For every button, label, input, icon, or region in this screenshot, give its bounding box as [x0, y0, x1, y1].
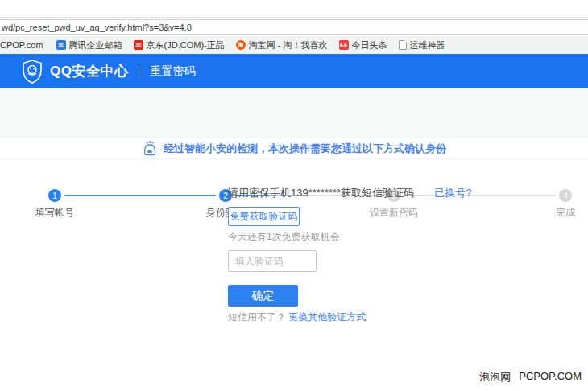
screenshot-root: wd/pc_reset_pwd_uv_aq_verify.html?s=3&v=…	[0, 0, 588, 391]
step-1-circle: 1	[48, 189, 61, 202]
step-4-circle: 4	[559, 189, 572, 202]
confirm-button[interactable]: 确定	[228, 285, 298, 307]
address-bar[interactable]: wd/pc_reset_pwd_uv_aq_verify.html?s=3&v=…	[0, 19, 588, 35]
step-1-label: 填写帐号	[35, 206, 74, 220]
page-icon	[399, 40, 407, 50]
phone-hint-row: 请用密保手机139********获取短信验证码 已换号?	[228, 186, 471, 200]
taobao-icon: 淘	[236, 40, 246, 50]
sms-fail-text: 短信用不了？	[228, 311, 286, 323]
bookmark-tencent-mail[interactable]: ✉ 腾讯企业邮箱	[56, 39, 122, 51]
bookmark-toutiao[interactable]: 头条 今日头条	[339, 39, 387, 51]
watermark: 泡泡网 PCPOP.COM	[479, 370, 582, 385]
bookmark-label: 淘宝网 - 淘！我喜欢	[249, 39, 328, 51]
tencent-mail-icon: ✉	[56, 40, 66, 50]
app-title: QQ安全中心	[50, 62, 128, 80]
bookmarks-bar: CPOP.com ✉ 腾讯企业邮箱 JD 京东(JD.COM)-正品 淘 淘宝网…	[0, 36, 588, 54]
toutiao-icon: 头条	[339, 40, 349, 50]
phone-hint-text: 请用密保手机139********获取短信验证码	[228, 186, 414, 200]
step-connector-1	[64, 195, 216, 196]
alt-verify-row: 短信用不了？ 更换其他验证方式	[228, 311, 366, 324]
bookmark-label: 今日头条	[352, 39, 387, 51]
free-chances-text: 今天还有1次免费获取机会	[228, 230, 340, 244]
step-4-label: 完成	[556, 206, 575, 220]
page-title: 重置密码	[150, 64, 195, 79]
watermark-cn: 泡泡网	[479, 370, 511, 385]
header-divider	[139, 65, 139, 78]
verification-code-input[interactable]	[228, 250, 317, 272]
robot-icon	[142, 141, 158, 157]
changed-number-link[interactable]: 已换号?	[434, 186, 471, 200]
bookmark-pcpop[interactable]: CPOP.com	[0, 40, 43, 50]
app-header: QQ安全中心 重置密码	[0, 54, 588, 88]
bookmark-taobao[interactable]: 淘 淘宝网 - 淘！我喜欢	[236, 39, 328, 51]
notice-text: 经过智能小安的检测，本次操作需要您通过以下方式确认身份	[164, 142, 446, 156]
jd-icon: JD	[134, 40, 143, 50]
step-indicator: 1 填写帐号 2 身份验证 3 设置新密码 4 完成	[0, 88, 588, 138]
bookmark-ops-tool[interactable]: 运维神器	[399, 39, 445, 51]
bookmark-label: CPOP.com	[0, 40, 43, 50]
watermark-en: PCPOP.COM	[519, 370, 582, 385]
qq-shield-icon	[22, 60, 43, 84]
bookmark-label: 运维神器	[410, 39, 445, 51]
switch-method-link[interactable]: 更换其他验证方式	[288, 311, 366, 323]
address-bar-url[interactable]: wd/pc_reset_pwd_uv_aq_verify.html?s=3&v=…	[0, 23, 192, 32]
browser-toolbar-edge	[0, 0, 588, 18]
get-code-button[interactable]: 免费获取验证码	[228, 207, 300, 226]
bookmark-jd[interactable]: JD 京东(JD.COM)-正品	[134, 39, 225, 51]
bookmark-label: 腾讯企业邮箱	[69, 39, 122, 51]
step-3-label: 设置新密码	[370, 206, 418, 220]
bookmark-label: 京东(JD.COM)-正品	[147, 39, 225, 51]
security-notice: 经过智能小安的检测，本次操作需要您通过以下方式确认身份	[0, 138, 588, 159]
